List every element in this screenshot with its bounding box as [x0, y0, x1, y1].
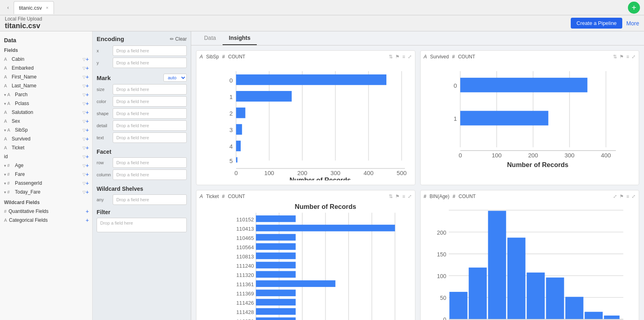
survived-chart-svg: Survived 0 1 0 100 200 300	[424, 61, 636, 180]
encoding-header: Encoding ✏ Clear	[97, 35, 187, 42]
svg-text:1: 1	[229, 94, 233, 100]
add-new-button[interactable]: +	[628, 2, 640, 14]
chart2-title: A Survived # COUNT ⇅ ⚑ ≡ ⤢	[424, 54, 636, 60]
tab-insights[interactable]: Insights	[223, 31, 257, 45]
expand-icon[interactable]: ⤢	[613, 194, 617, 199]
tab-close-button[interactable]: ×	[46, 5, 48, 10]
table-icon[interactable]: ≡	[626, 194, 629, 199]
expand-icon[interactable]: ⤢	[632, 54, 636, 60]
sort-icon[interactable]: ⇅	[389, 194, 393, 199]
svg-rect-110	[546, 278, 564, 320]
any-drop-target[interactable]: Drop a field here	[113, 194, 187, 205]
svg-text:300: 300	[564, 152, 574, 159]
field-item[interactable]: A Ticket ▽ +	[0, 143, 92, 152]
wildcard-categorical[interactable]: A Categorical Fields +	[0, 216, 92, 225]
field-item[interactable]: ▾ A SibSp ▽ +	[0, 126, 92, 134]
field-item[interactable]: ▾ A Pclass ▽ +	[0, 99, 92, 108]
survived-chart-card: A Survived # COUNT ⇅ ⚑ ≡ ⤢ Survived	[420, 50, 640, 185]
svg-text:200: 200	[297, 170, 308, 176]
table-icon[interactable]: ≡	[402, 194, 405, 199]
svg-text:112050: 112050	[236, 319, 254, 320]
sort-icon[interactable]: ⇅	[613, 54, 617, 60]
column-drop-target[interactable]: Drop a field here	[113, 169, 187, 180]
type-icon-hash: #	[7, 181, 13, 186]
main-layout: Data Fields A Cabin ▽ + A Embarked ▽ + A…	[0, 31, 644, 320]
svg-rect-9	[236, 107, 245, 118]
svg-rect-8	[236, 91, 291, 101]
svg-rect-73	[256, 281, 335, 287]
clear-button[interactable]: ✏ Clear	[170, 36, 187, 42]
toolbar-right: Create a Pipeline More	[571, 18, 639, 29]
create-pipeline-button[interactable]: Create a Pipeline	[571, 18, 622, 29]
field-item[interactable]: A Survived ▽ +	[0, 134, 92, 143]
field-item[interactable]: A Last_Name ▽ +	[0, 81, 92, 90]
filter-drop-target[interactable]: Drop a field here	[97, 218, 187, 232]
text-drop-target[interactable]: Drop a field here	[113, 132, 187, 143]
bookmark-icon[interactable]: ⚑	[395, 54, 400, 60]
file-tab[interactable]: titanic.csv ×	[14, 1, 54, 14]
chart3-title: A Ticket # COUNT ⇅ ⚑ ≡ ⤢	[200, 194, 412, 199]
type-icon-A: A	[4, 136, 10, 141]
y-drop-target[interactable]: Drop a field here	[113, 58, 187, 68]
more-icon[interactable]: ⤢	[632, 194, 636, 199]
table-icon[interactable]: ≡	[402, 54, 405, 60]
shape-drop-target[interactable]: Drop a field here	[113, 108, 187, 119]
tab-data[interactable]: Data	[198, 31, 223, 45]
detail-drop-target[interactable]: Drop a field here	[113, 120, 187, 131]
table-icon[interactable]: ≡	[626, 54, 629, 60]
field-item[interactable]: A Salutation ▽ +	[0, 108, 92, 117]
svg-rect-63	[256, 234, 296, 240]
field-item[interactable]: A Cabin ▽ +	[0, 55, 92, 64]
svg-text:5: 5	[229, 158, 233, 164]
field-item[interactable]: ▾ # Age ▽ +	[0, 161, 92, 170]
more-link[interactable]: More	[626, 20, 639, 27]
x-drop-target[interactable]: Drop a field here	[113, 45, 187, 56]
expand-icon[interactable]: ⤢	[408, 194, 412, 199]
nav-arrow[interactable]: ‹	[4, 0, 12, 15]
row-drop-target[interactable]: Drop a field here	[113, 157, 187, 168]
type-icon-A: A	[4, 66, 10, 70]
field-item[interactable]: A Sex ▽ +	[0, 117, 92, 126]
field-item[interactable]: ▾ A Parch ▽ +	[0, 90, 92, 99]
svg-text:100: 100	[264, 170, 274, 176]
svg-rect-10	[236, 124, 242, 134]
charts-grid: A SibSp # COUNT ⇅ ⚑ ≡ ⤢ SibSp	[191, 45, 644, 320]
svg-text:111320: 111320	[236, 272, 254, 278]
bookmark-icon[interactable]: ⚑	[619, 54, 624, 60]
svg-rect-67	[256, 252, 296, 259]
detail-field-row: detail Drop a field here	[97, 120, 187, 131]
svg-text:110564: 110564	[236, 244, 254, 250]
color-drop-target[interactable]: Drop a field here	[113, 96, 187, 107]
bookmark-icon[interactable]: ⚑	[395, 194, 400, 199]
svg-rect-77	[256, 299, 296, 306]
field-item[interactable]: ▾ # Fare ▽ +	[0, 170, 92, 179]
svg-text:3: 3	[229, 127, 233, 133]
bookmark-icon[interactable]: ⚑	[619, 194, 624, 199]
field-item[interactable]: A First_Name ▽ +	[0, 72, 92, 81]
field-item[interactable]: ▾ # Today_Fare ▽ +	[0, 188, 92, 196]
encoding-panel: Encoding ✏ Clear x Drop a field here y D…	[93, 31, 191, 320]
mark-header: Mark auto bar line point area text	[97, 74, 187, 82]
data-title: Data	[0, 35, 92, 44]
svg-rect-108	[507, 238, 525, 320]
mark-select[interactable]: auto bar line point area text	[163, 74, 187, 82]
svg-rect-12	[236, 157, 237, 163]
ticket-chart-svg: Number of Records 0 1 2 3 4 5 6	[200, 201, 412, 320]
top-bar: ‹ titanic.csv × +	[0, 0, 644, 15]
field-item[interactable]: id ▽ +	[0, 152, 92, 161]
fields-section-title: Fields	[0, 44, 92, 55]
type-icon-hash: #	[7, 163, 13, 168]
svg-rect-113	[604, 316, 619, 319]
filter-title: Filter	[97, 209, 187, 215]
svg-rect-69	[256, 262, 296, 268]
any-field-row: any Drop a field here	[97, 194, 187, 205]
type-icon-A: A	[4, 83, 10, 88]
expand-icon[interactable]: ⤢	[408, 54, 412, 60]
wildcard-quantitative[interactable]: # Quantitative Fields +	[0, 207, 92, 216]
sort-icon[interactable]: ⇅	[389, 54, 393, 60]
encoding-title: Encoding	[97, 35, 124, 42]
field-item[interactable]: A Embarked ▽ +	[0, 64, 92, 72]
size-drop-target[interactable]: Drop a field here	[113, 84, 187, 95]
field-item[interactable]: ▾ # PassengerId ▽ +	[0, 179, 92, 188]
y-field-row: y Drop a field here	[97, 58, 187, 68]
